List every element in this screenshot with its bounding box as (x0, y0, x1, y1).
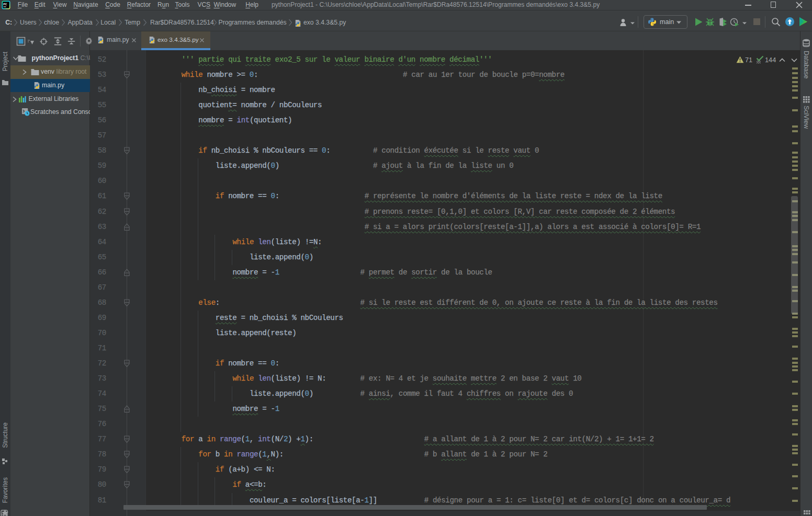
svg-text:PC: PC (3, 3, 7, 6)
